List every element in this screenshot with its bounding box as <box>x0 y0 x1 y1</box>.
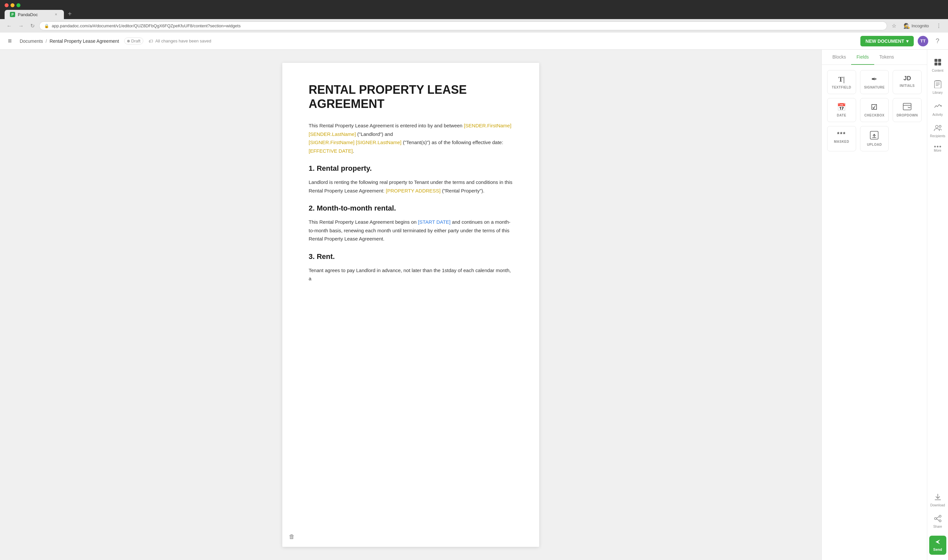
start-date-token[interactable]: [START DATE] <box>418 219 451 225</box>
breadcrumb-documents-link[interactable]: Documents <box>20 38 43 44</box>
tab-tokens[interactable]: Tokens <box>874 50 899 65</box>
field-upload[interactable]: UPLOAD <box>860 126 889 151</box>
url-text: app.pandadoc.com/a/#/document/v1/editor/… <box>52 23 882 28</box>
close-dot[interactable] <box>5 3 9 7</box>
svg-rect-6 <box>938 59 941 62</box>
delete-icon[interactable]: 🗑 <box>289 533 295 540</box>
svg-rect-0 <box>903 103 911 110</box>
tab-blocks[interactable]: Blocks <box>827 50 851 65</box>
tab-fields[interactable]: Fields <box>851 50 874 65</box>
address-bar[interactable]: 🔒 app.pandadoc.com/a/#/document/v1/edito… <box>39 22 887 30</box>
field-masked[interactable]: *** MASKED <box>827 126 856 151</box>
minimize-dot[interactable] <box>11 3 14 7</box>
send-button[interactable]: Send <box>929 535 946 555</box>
masked-label: MASKED <box>834 140 849 143</box>
document-title: RENTAL PROPERTY LEASE AGREEMENT <box>309 83 513 111</box>
content-icon <box>934 58 942 68</box>
intro-paragraph: This Rental Property Lease Agreement is … <box>309 122 513 155</box>
field-signature[interactable]: ✒ SIGNATURE <box>860 70 889 94</box>
maximize-dot[interactable] <box>17 3 20 7</box>
more-label: More <box>934 149 942 152</box>
rail-more[interactable]: More <box>929 143 947 155</box>
effective-date-token[interactable]: [EFFECTIVE DATE] <box>309 148 353 154</box>
recipients-label: Recipients <box>930 134 945 138</box>
property-address-token[interactable]: [PROPERTY ADDRESS] <box>386 188 440 194</box>
active-tab[interactable]: P PandaDoc × <box>5 10 64 19</box>
rail-recipients[interactable]: Recipients <box>929 121 947 141</box>
svg-point-13 <box>940 105 942 107</box>
signature-icon: ✒ <box>871 75 877 83</box>
textfield-label: TEXTFIELD <box>832 86 851 89</box>
forward-button[interactable]: → <box>17 22 26 30</box>
sidebar-tabs: Blocks Fields Tokens <box>822 50 927 65</box>
incognito-badge: 🕵 Incognito <box>901 22 931 30</box>
field-textfield[interactable]: T| TEXTFIELD <box>827 70 856 94</box>
signer-name-token[interactable]: [SIGNER.FirstName] [SIGNER.LastName] <box>309 140 401 145</box>
svg-rect-7 <box>934 63 937 66</box>
rail-library[interactable]: Library <box>929 77 947 98</box>
rail-activity[interactable]: Activity <box>929 99 947 120</box>
library-icon <box>934 80 942 89</box>
saved-status: 🏷 All changes have been saved <box>148 38 211 44</box>
help-button[interactable]: ? <box>932 36 943 46</box>
activity-icon <box>934 102 942 112</box>
app-header: ≡ Documents / Rental Property Lease Agre… <box>0 32 948 50</box>
draft-label: Draft <box>131 38 141 43</box>
svg-point-18 <box>934 518 936 520</box>
bookmark-btn[interactable]: ☆ <box>890 22 898 30</box>
content-label: Content <box>932 69 943 72</box>
breadcrumb-separator: / <box>45 38 47 44</box>
share-icon <box>934 515 942 523</box>
back-button[interactable]: ← <box>5 22 14 30</box>
avatar[interactable]: TT <box>918 36 928 46</box>
upload-icon <box>870 131 879 141</box>
checkbox-label: CHECKBOX <box>864 114 885 117</box>
new-document-button[interactable]: NEW DOCUMENT ▾ <box>860 36 914 46</box>
activity-label: Activity <box>933 113 943 117</box>
rail-download[interactable]: Download <box>929 489 947 510</box>
date-icon: 📅 <box>837 103 846 112</box>
tab-close-btn[interactable]: × <box>53 12 59 17</box>
section3-heading: 3. Rent. <box>309 252 513 261</box>
breadcrumb-current: Rental Property Lease Agreement <box>49 38 119 44</box>
initials-label: INITIALS <box>900 84 915 88</box>
dropdown-label: DROPDOWN <box>897 114 918 117</box>
svg-line-21 <box>936 519 939 520</box>
save-icon: 🏷 <box>148 38 153 44</box>
masked-icon: *** <box>837 131 846 138</box>
right-sidebar: Blocks Fields Tokens T| TEXTFIELD ✒ SIGN… <box>821 50 927 560</box>
document-page: RENTAL PROPERTY LEASE AGREEMENT This Ren… <box>282 63 539 547</box>
document-area: RENTAL PROPERTY LEASE AGREEMENT This Ren… <box>0 50 821 560</box>
new-tab-btn[interactable]: + <box>65 9 75 19</box>
field-dropdown[interactable]: DROPDOWN <box>892 98 922 122</box>
field-checkbox[interactable]: ☑ CHECKBOX <box>860 98 889 122</box>
field-date[interactable]: 📅 DATE <box>827 98 856 122</box>
refresh-button[interactable]: ↻ <box>28 22 37 30</box>
field-initials[interactable]: JD INITIALS <box>892 70 922 94</box>
svg-point-15 <box>939 125 941 127</box>
svg-line-20 <box>936 517 939 518</box>
sidebar-toggle-btn[interactable]: ≡ <box>5 35 14 48</box>
signature-label: SIGNATURE <box>864 86 885 89</box>
download-label: Download <box>930 503 945 507</box>
recipients-icon <box>934 125 942 133</box>
rail-share[interactable]: Share <box>929 512 947 532</box>
library-label: Library <box>933 91 943 94</box>
svg-point-19 <box>939 520 941 522</box>
section3-paragraph: Tenant agrees to pay Landlord in advance… <box>309 266 513 283</box>
upload-label: UPLOAD <box>867 143 882 146</box>
fields-grid: T| TEXTFIELD ✒ SIGNATURE JD INITIALS <box>822 65 927 157</box>
section1-heading: 1. Rental property. <box>309 164 513 173</box>
menu-btn[interactable]: ⋮ <box>934 22 943 30</box>
share-label: Share <box>933 525 942 528</box>
tab-favicon: P <box>10 12 15 17</box>
lock-icon: 🔒 <box>44 24 49 28</box>
saved-text: All changes have been saved <box>155 38 211 43</box>
svg-rect-8 <box>938 63 941 66</box>
draft-badge: Draft <box>124 37 143 45</box>
section2-paragraph: This Rental Property Lease Agreement beg… <box>309 218 513 243</box>
rail-content[interactable]: Content <box>929 55 947 76</box>
more-icon <box>934 146 941 148</box>
icon-rail: Content Library <box>927 50 948 560</box>
send-icon <box>935 539 941 546</box>
